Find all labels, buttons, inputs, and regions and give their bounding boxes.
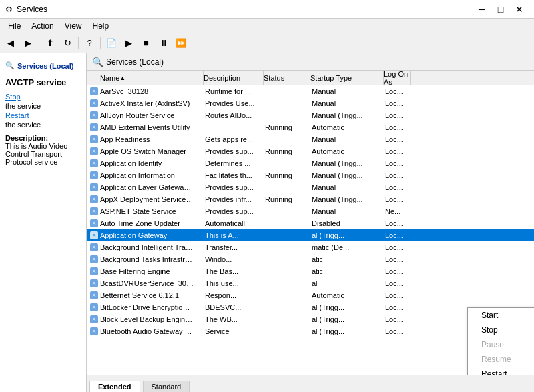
menu-bar: File Action View Help	[0, 19, 534, 33]
title-bar-controls: ─ □ ✕	[473, 3, 529, 16]
cell-description: Provides sup...	[204, 147, 264, 155]
table-row[interactable]: S Background Tasks Infrastruc... Windo..…	[87, 253, 534, 265]
cell-description: Provides sup...	[204, 183, 264, 191]
table-row[interactable]: S Betternet Service 6.12.1 Respon... Aut…	[87, 289, 534, 301]
col-header-logon[interactable]: Log On As	[384, 71, 411, 85]
table-row[interactable]: S AMD External Events Utility Running Au…	[87, 121, 534, 133]
description-text: This is Audio Video Control Transport Pr…	[5, 142, 81, 166]
cell-description: The Bas...	[204, 267, 264, 275]
description-label: Description:	[5, 134, 81, 142]
cell-service-name: S Auto Time Zone Updater	[87, 219, 204, 228]
service-row-icon: S	[89, 87, 99, 96]
service-icon: S	[89, 159, 99, 168]
cell-status: Running	[264, 123, 310, 131]
cell-service-name: S Background Intelligent Tran...	[87, 243, 204, 252]
toolbar-refresh[interactable]: ↻	[59, 36, 75, 51]
col-header-name[interactable]: Name ▲	[87, 71, 204, 85]
right-panel: 🔍 Services (Local) Name ▲ Description St…	[87, 53, 534, 392]
svg-text:S: S	[92, 89, 95, 95]
table-row[interactable]: S AarSvc_30128 Runtime for ... Manual Lo…	[87, 85, 534, 97]
toolbar-start[interactable]: ▶	[121, 36, 137, 51]
table-row[interactable]: S ActiveX Installer (AxInstSV) Provides …	[87, 97, 534, 109]
cell-logon: Loc...	[384, 303, 411, 311]
svg-text:S: S	[92, 173, 95, 179]
service-row-icon: S	[89, 291, 99, 300]
svg-text:S: S	[92, 329, 95, 335]
menu-view[interactable]: View	[59, 20, 87, 32]
ctx-item-start[interactable]: Start	[468, 308, 534, 323]
col-header-startup[interactable]: Startup Type	[310, 71, 384, 85]
table-row[interactable]: S AppX Deployment Service (A... Provides…	[87, 193, 534, 205]
toolbar-pause[interactable]: ⏸	[156, 36, 172, 51]
ctx-item-restart[interactable]: Restart	[468, 367, 534, 375]
table-row[interactable]: S Apple OS Switch Manager Provides sup..…	[87, 145, 534, 157]
toolbar-forward[interactable]: ▶	[20, 36, 36, 51]
toolbar-back[interactable]: ◀	[3, 36, 19, 51]
service-icon: S	[89, 219, 99, 228]
cell-startup: Manual	[310, 87, 384, 95]
cell-logon: Loc...	[384, 279, 411, 287]
table-row[interactable]: S Application Gateway This is A... al (T…	[87, 229, 534, 241]
cell-status: Running	[264, 147, 310, 155]
svg-text:S: S	[92, 113, 95, 119]
toolbar-help[interactable]: ?	[81, 36, 97, 51]
service-icon: S	[89, 207, 99, 216]
col-header-status[interactable]: Status	[264, 71, 310, 85]
tab-standard[interactable]: Standard	[143, 381, 190, 392]
left-panel: 🔍 Services (Local) AVCTP service Stop th…	[0, 53, 87, 392]
service-icon: S	[89, 195, 99, 204]
restart-service-link[interactable]: Restart	[5, 111, 81, 119]
table-row[interactable]: S Background Intelligent Tran... Transfe…	[87, 241, 534, 253]
cell-service-name: S Application Identity	[87, 159, 204, 168]
toolbar-export[interactable]: 📄	[103, 36, 119, 51]
svg-text:S: S	[92, 233, 95, 239]
service-row-icon: S	[89, 183, 99, 192]
table-row[interactable]: S AllJoyn Router Service Routes AllJo...…	[87, 109, 534, 121]
table-row[interactable]: S App Readiness Gets apps re... Manual L…	[87, 133, 534, 145]
service-row-icon: S	[89, 327, 99, 336]
cell-service-name: S Background Tasks Infrastruc...	[87, 255, 204, 264]
table-row[interactable]: S BcastDVRUserService_30128 This use... …	[87, 277, 534, 289]
window-title: Services	[17, 5, 47, 14]
toolbar-resume[interactable]: ⏩	[173, 36, 189, 51]
stop-service-link[interactable]: Stop	[5, 93, 81, 101]
menu-file[interactable]: File	[3, 20, 26, 32]
services-table: Name ▲ Description Status Startup Type L…	[87, 71, 534, 375]
table-row[interactable]: S Auto Time Zone Updater Automaticall...…	[87, 217, 534, 229]
minimize-button[interactable]: ─	[473, 3, 491, 16]
cell-logon: Loc...	[384, 99, 411, 107]
cell-logon: Loc...	[384, 135, 411, 143]
ctx-item-stop[interactable]: Stop	[468, 323, 534, 337]
cell-logon: Loc...	[384, 243, 411, 251]
service-icon: S	[89, 171, 99, 180]
cell-startup: al	[310, 279, 384, 287]
cell-startup: Manual	[310, 135, 384, 143]
maximize-button[interactable]: □	[491, 3, 510, 16]
table-row[interactable]: S Base Filtering Engine The Bas... atic …	[87, 265, 534, 277]
cell-startup: Manual (Trigg...	[310, 159, 384, 167]
service-row-icon: S	[89, 135, 99, 144]
cell-logon: Loc...	[384, 123, 411, 131]
table-row[interactable]: S Application Information Facilitates th…	[87, 169, 534, 181]
table-row[interactable]: S Application Identity Determines ... Ma…	[87, 157, 534, 169]
cell-logon: Loc...	[384, 183, 411, 191]
table-row[interactable]: S Application Layer Gateway S... Provide…	[87, 181, 534, 193]
col-header-desc[interactable]: Description	[204, 71, 264, 85]
toolbar-up[interactable]: ⬆	[42, 36, 58, 51]
table-row[interactable]: S ASP.NET State Service Provides sup... …	[87, 205, 534, 217]
cell-service-name: S Application Information	[87, 171, 204, 180]
tab-extended[interactable]: Extended	[89, 381, 140, 392]
menu-help[interactable]: Help	[87, 20, 115, 32]
service-icon: S	[89, 99, 99, 108]
cell-description: Routes AllJo...	[204, 111, 264, 119]
service-icon: S	[89, 255, 99, 264]
toolbar-stop[interactable]: ■	[138, 36, 154, 51]
close-button[interactable]: ✕	[510, 3, 529, 16]
svg-text:S: S	[92, 137, 95, 143]
menu-action[interactable]: Action	[26, 20, 59, 32]
service-row-icon: S	[89, 171, 99, 180]
cell-description: Provides infr...	[204, 195, 264, 203]
service-icon: S	[89, 231, 99, 240]
service-row-icon: S	[89, 255, 99, 264]
cell-startup: al (Trigg...	[310, 315, 384, 323]
